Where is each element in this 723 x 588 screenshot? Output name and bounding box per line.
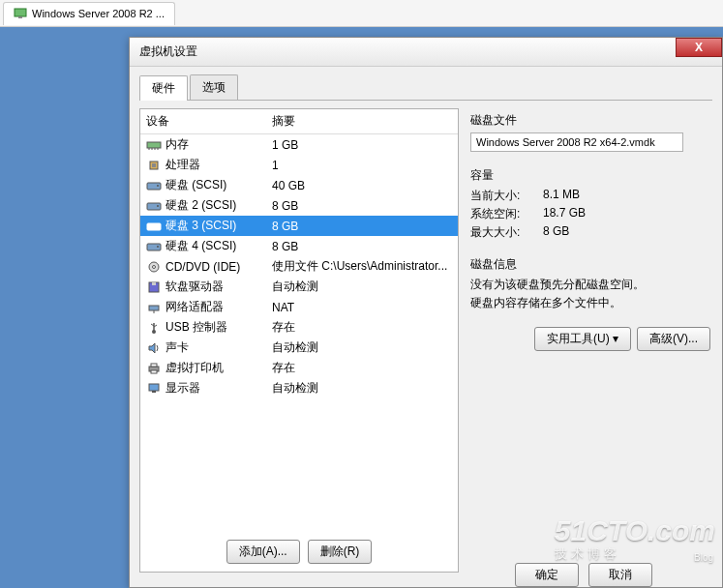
- svg-rect-29: [151, 364, 157, 367]
- device-name: 网络适配器: [166, 299, 272, 315]
- device-row[interactable]: 硬盘 4 (SCSI) 8 GB: [140, 236, 458, 256]
- cpu-icon: [146, 159, 162, 172]
- memory-icon: [146, 138, 162, 152]
- svg-rect-0: [15, 9, 26, 16]
- svg-point-18: [153, 265, 156, 268]
- tab-strip: 硬件 选项: [139, 74, 712, 101]
- device-row[interactable]: 声卡 自动检测: [140, 338, 458, 358]
- device-name: 硬盘 3 (SCSI): [166, 218, 272, 234]
- device-row[interactable]: 虚拟打印机 存在: [140, 358, 458, 378]
- device-summary: 8 GB: [272, 220, 452, 233]
- current-size-label: 当前大小:: [470, 188, 543, 204]
- device-summary: 自动检测: [272, 380, 452, 397]
- dialog-title-bar: 虚拟机设置 X: [130, 38, 722, 67]
- dialog-body: 硬件 选项 设备 摘要 内存 1 GB 处理器 1 硬盘 (SCSI) 40 G…: [130, 67, 722, 580]
- svg-rect-30: [151, 370, 157, 373]
- device-name: USB 控制器: [166, 319, 272, 336]
- device-summary: 1: [272, 159, 452, 172]
- chevron-down-icon: ▾: [613, 332, 618, 345]
- device-row[interactable]: 内存 1 GB: [140, 134, 458, 155]
- device-row[interactable]: 硬盘 2 (SCSI) 8 GB: [140, 195, 458, 216]
- advanced-button[interactable]: 高级(V)...: [637, 327, 710, 351]
- device-row[interactable]: 网络适配器 NAT: [140, 297, 458, 317]
- device-name: 虚拟打印机: [166, 360, 272, 376]
- device-summary: 自动检测: [272, 339, 452, 356]
- remove-button[interactable]: 删除(R): [308, 540, 373, 564]
- disk-icon: [146, 240, 162, 253]
- ok-button[interactable]: 确定: [515, 563, 579, 587]
- device-summary: NAT: [272, 301, 452, 314]
- network-icon: [146, 301, 162, 314]
- device-name: 软盘驱动器: [166, 279, 272, 295]
- svg-rect-20: [152, 282, 156, 285]
- device-summary: 自动检测: [272, 279, 452, 295]
- vm-icon: [14, 7, 27, 20]
- add-button[interactable]: 添加(A)...: [226, 540, 300, 564]
- svg-point-16: [157, 246, 159, 248]
- device-list[interactable]: 内存 1 GB 处理器 1 硬盘 (SCSI) 40 GB 硬盘 2 (SCSI…: [140, 134, 458, 532]
- usb-icon: [146, 321, 162, 335]
- tab-hardware[interactable]: 硬件: [139, 75, 188, 101]
- utility-button[interactable]: 实用工具(U) ▾: [534, 327, 631, 351]
- close-icon: X: [695, 41, 703, 54]
- current-size-value: 8.1 MB: [543, 188, 580, 204]
- disk-icon: [146, 199, 162, 213]
- vm-settings-dialog: 虚拟机设置 X 硬件 选项 设备 摘要 内存 1 GB 处理器 1 硬盘 (SC…: [129, 37, 723, 588]
- svg-rect-1: [18, 16, 22, 18]
- device-name: 硬盘 (SCSI): [166, 177, 272, 193]
- disk-file-label: 磁盘文件: [470, 112, 710, 129]
- svg-rect-13: [147, 223, 161, 230]
- col-header-device[interactable]: 设备: [146, 113, 272, 130]
- svg-point-10: [157, 185, 159, 187]
- tab-options[interactable]: 选项: [190, 74, 238, 100]
- device-summary: 8 GB: [272, 240, 452, 253]
- watermark: 51CTO.com 技术博客 Blog: [555, 516, 715, 563]
- disk-icon: [146, 179, 162, 192]
- disk-info-line1: 没有为该硬盘预先分配磁盘空间。: [470, 277, 710, 293]
- device-name: CD/DVD (IDE): [166, 260, 272, 274]
- device-summary: 1 GB: [272, 138, 452, 152]
- device-row[interactable]: 显示器 自动检测: [140, 378, 458, 398]
- device-row[interactable]: 处理器 1: [140, 155, 458, 175]
- disk-info-label: 磁盘信息: [470, 256, 710, 273]
- device-summary: 使用文件 C:\Users\Administrator...: [272, 258, 452, 275]
- watermark-small: 技术博客: [555, 546, 620, 561]
- svg-rect-11: [147, 203, 161, 210]
- col-header-summary[interactable]: 摘要: [272, 113, 452, 130]
- device-name: 内存: [166, 136, 272, 153]
- max-size-value: 8 GB: [543, 224, 569, 241]
- browser-tab-title: Windows Server 2008 R2 ...: [32, 8, 165, 19]
- device-summary: 存在: [272, 360, 452, 376]
- svg-point-14: [157, 225, 159, 227]
- browser-tab-bar: Windows Server 2008 R2 ...: [0, 0, 723, 27]
- device-panel: 设备 摘要 内存 1 GB 处理器 1 硬盘 (SCSI) 40 GB 硬盘 2…: [139, 108, 459, 573]
- detail-panel: 磁盘文件 容量 当前大小: 8.1 MB 系统空闲: 18.7 GB 最大大小:: [468, 108, 712, 573]
- device-name: 硬盘 4 (SCSI): [166, 238, 272, 254]
- device-row[interactable]: CD/DVD (IDE) 使用文件 C:\Users\Administrator…: [140, 256, 458, 277]
- disk-info-line2: 硬盘内容存储在多个文件中。: [470, 295, 710, 311]
- floppy-icon: [146, 280, 162, 294]
- device-row[interactable]: USB 控制器 存在: [140, 317, 458, 338]
- svg-rect-2: [147, 142, 161, 148]
- close-button[interactable]: X: [676, 38, 722, 57]
- disk-file-input[interactable]: [470, 132, 683, 152]
- max-size-label: 最大大小:: [470, 224, 543, 241]
- dialog-bottom-buttons: 确定 取消: [515, 563, 652, 587]
- svg-rect-15: [147, 244, 161, 250]
- device-row[interactable]: 软盘驱动器 自动检测: [140, 277, 458, 297]
- disk-icon: [146, 220, 162, 233]
- sys-free-label: 系统空闲:: [470, 206, 543, 222]
- svg-rect-9: [147, 183, 161, 190]
- device-row[interactable]: 硬盘 (SCSI) 40 GB: [140, 175, 458, 195]
- svg-rect-31: [149, 384, 159, 391]
- browser-tab[interactable]: Windows Server 2008 R2 ...: [3, 2, 175, 25]
- device-summary: 8 GB: [272, 199, 452, 213]
- device-list-header: 设备 摘要: [140, 109, 458, 134]
- device-row[interactable]: 硬盘 3 (SCSI) 8 GB: [140, 216, 458, 236]
- svg-marker-27: [149, 343, 155, 353]
- dialog-title-text: 虚拟机设置: [139, 44, 197, 58]
- capacity-label: 容量: [470, 167, 710, 184]
- printer-icon: [146, 362, 162, 375]
- cancel-button[interactable]: 取消: [588, 563, 652, 587]
- display-icon: [146, 382, 162, 396]
